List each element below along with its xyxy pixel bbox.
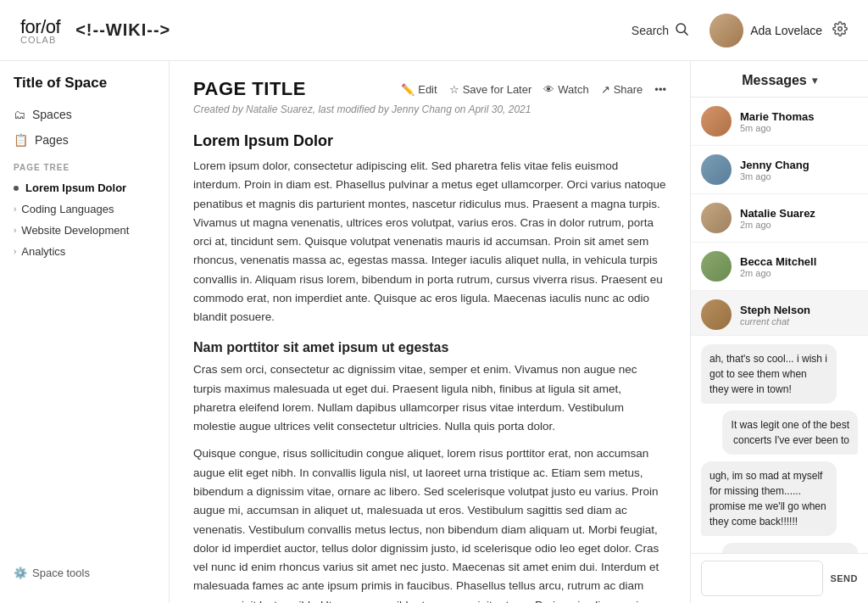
contact-natalie[interactable]: Natalie Suarez 2m ago bbox=[691, 194, 868, 243]
topnav: for/of COLAB <!--WIKI--> Search Ada Love… bbox=[0, 0, 868, 61]
send-button[interactable]: SEND bbox=[830, 573, 858, 583]
chat-area: ah, that's so cool... i wish i got to se… bbox=[691, 335, 868, 553]
edit-icon: ✏️ bbox=[401, 83, 415, 96]
page-meta: Created by Natalie Suarez, last modified… bbox=[193, 103, 666, 115]
chevron-right-icon: › bbox=[14, 226, 16, 235]
chevron-right-icon: › bbox=[14, 204, 16, 214]
contact-info-jenny: Jenny Chang 3m ago bbox=[740, 159, 858, 181]
pages-icon: 📋 bbox=[14, 133, 28, 147]
eye-icon: 👁 bbox=[543, 83, 554, 96]
contact-time-natalie: 2m ago bbox=[740, 220, 858, 230]
sidebar-tree-analytics[interactable]: › Analytics bbox=[0, 241, 169, 262]
chat-message-3: ugh, im so mad at myself for missing the… bbox=[701, 461, 837, 536]
username: Ada Lovelace bbox=[750, 24, 822, 37]
page-title: PAGE TITLE bbox=[193, 78, 401, 100]
star-icon: ☆ bbox=[449, 83, 459, 96]
contact-info-natalie: Natalie Suarez 2m ago bbox=[740, 207, 858, 230]
save-later-button[interactable]: ☆ Save for Later bbox=[449, 83, 532, 96]
content-area: PAGE TITLE ✏️ Edit ☆ Save for Later 👁 Wa… bbox=[170, 61, 690, 603]
contact-name-becca: Becca Mitchell bbox=[740, 255, 858, 268]
messages-title: Messages bbox=[742, 73, 807, 88]
chat-input[interactable] bbox=[701, 561, 823, 596]
search-label: Search bbox=[632, 24, 669, 37]
sidebar-item-pages[interactable]: 📋 Pages bbox=[0, 127, 169, 153]
section-heading-1: Lorem Ipsum Dolor bbox=[193, 132, 666, 150]
sidebar-tree-coding[interactable]: › Coding Languages bbox=[0, 198, 169, 220]
sidebar-tree-webdev[interactable]: › Website Development bbox=[0, 220, 169, 241]
contact-jenny[interactable]: Jenny Chang 3m ago bbox=[691, 146, 868, 194]
space-tools-button[interactable]: ⚙️ Space tools bbox=[0, 556, 169, 589]
sidebar-item-spaces-label: Spaces bbox=[32, 108, 72, 121]
contact-time-steph: current chat bbox=[740, 316, 858, 327]
chevron-right-icon: › bbox=[14, 247, 16, 256]
ellipsis-icon: ••• bbox=[654, 83, 666, 96]
search-button[interactable]: Search bbox=[632, 21, 689, 39]
contact-info-becca: Becca Mitchell 2m ago bbox=[740, 255, 858, 278]
section-para-3: Quisque congue, risus sollicitudin congu… bbox=[193, 444, 666, 603]
messages-list: Marie Thomas 5m ago Jenny Chang 3m ago N… bbox=[691, 98, 868, 335]
section-para-1: Lorem ipsum dolor, consectetur adipiscin… bbox=[193, 157, 666, 327]
svg-point-0 bbox=[676, 24, 686, 33]
contact-time-becca: 2m ago bbox=[740, 268, 858, 278]
share-icon: ↗ bbox=[601, 83, 610, 96]
svg-point-2 bbox=[838, 27, 843, 31]
search-icon bbox=[674, 21, 689, 39]
settings-icon[interactable] bbox=[832, 21, 848, 39]
page-actions: ✏️ Edit ☆ Save for Later 👁 Watch ↗ Share… bbox=[401, 83, 666, 96]
share-button[interactable]: ↗ Share bbox=[601, 83, 643, 96]
messages-panel: Messages ▾ Marie Thomas 5m ago Jenny Cha… bbox=[690, 61, 868, 603]
logo-text: for/of bbox=[20, 16, 60, 37]
messages-header: Messages ▾ bbox=[691, 61, 868, 98]
more-options-button[interactable]: ••• bbox=[654, 83, 666, 96]
avatar-jenny bbox=[701, 154, 732, 185]
page-tree-label: PAGE TREE bbox=[0, 153, 169, 177]
contact-name-jenny: Jenny Chang bbox=[740, 159, 858, 171]
svg-line-1 bbox=[685, 31, 688, 35]
folder-icon: 🗂 bbox=[14, 108, 25, 121]
bullet-icon bbox=[14, 186, 19, 191]
watch-button[interactable]: 👁 Watch bbox=[543, 83, 588, 96]
contact-time-marie: 5m ago bbox=[740, 123, 858, 133]
main-layout: Title of Space 🗂 Spaces 📋 Pages PAGE TRE… bbox=[0, 61, 868, 603]
contact-name-natalie: Natalie Suarez bbox=[740, 207, 858, 220]
avatar bbox=[709, 14, 743, 47]
avatar-natalie bbox=[701, 203, 732, 233]
page-header: PAGE TITLE ✏️ Edit ☆ Save for Later 👁 Wa… bbox=[193, 78, 666, 100]
contact-time-jenny: 3m ago bbox=[740, 171, 858, 181]
avatar-steph bbox=[701, 299, 732, 330]
sidebar-space-title: Title of Space bbox=[0, 75, 169, 102]
contact-steph[interactable]: Steph Nelson current chat bbox=[691, 291, 868, 335]
contact-name-marie: Marie Thomas bbox=[740, 110, 858, 123]
chat-message-4: OMG YES! I'll check their tour page... A… bbox=[722, 543, 858, 553]
section-para-2: Cras sem orci, consectetur ac dignissim … bbox=[193, 360, 666, 436]
sidebar-tree-lorem[interactable]: Lorem Ipsum Dolor bbox=[0, 177, 169, 198]
tree-item-label: Analytics bbox=[21, 245, 65, 258]
gear-icon: ⚙️ bbox=[14, 567, 27, 579]
sidebar-item-pages-label: Pages bbox=[35, 133, 69, 147]
tree-item-label: Coding Languages bbox=[21, 203, 114, 215]
contact-becca[interactable]: Becca Mitchell 2m ago bbox=[691, 243, 868, 291]
chat-message-1: ah, that's so cool... i wish i got to se… bbox=[701, 344, 837, 404]
chat-message-2: It was legit one of the best concerts I'… bbox=[722, 410, 858, 455]
avatar-becca bbox=[701, 251, 732, 282]
tree-item-label: Lorem Ipsum Dolor bbox=[25, 181, 126, 194]
wiki-title: <!--WIKI--> bbox=[75, 20, 632, 40]
chevron-down-icon[interactable]: ▾ bbox=[812, 75, 817, 87]
logo: for/of COLAB bbox=[20, 16, 60, 45]
contact-marie[interactable]: Marie Thomas 5m ago bbox=[691, 98, 868, 146]
contact-info-steph: Steph Nelson current chat bbox=[740, 304, 858, 327]
contact-info-marie: Marie Thomas 5m ago bbox=[740, 110, 858, 133]
sidebar-item-spaces[interactable]: 🗂 Spaces bbox=[0, 102, 169, 127]
space-tools-label: Space tools bbox=[32, 567, 90, 579]
section-heading-2: Nam porttitor sit amet ipsum ut egestas bbox=[193, 340, 666, 355]
chat-input-area: SEND bbox=[691, 553, 868, 603]
edit-button[interactable]: ✏️ Edit bbox=[401, 83, 437, 96]
sidebar: Title of Space 🗂 Spaces 📋 Pages PAGE TRE… bbox=[0, 61, 170, 603]
avatar-marie bbox=[701, 106, 732, 137]
user-profile: Ada Lovelace bbox=[709, 14, 848, 47]
tree-item-label: Website Development bbox=[21, 224, 129, 237]
contact-name-steph: Steph Nelson bbox=[740, 304, 858, 316]
